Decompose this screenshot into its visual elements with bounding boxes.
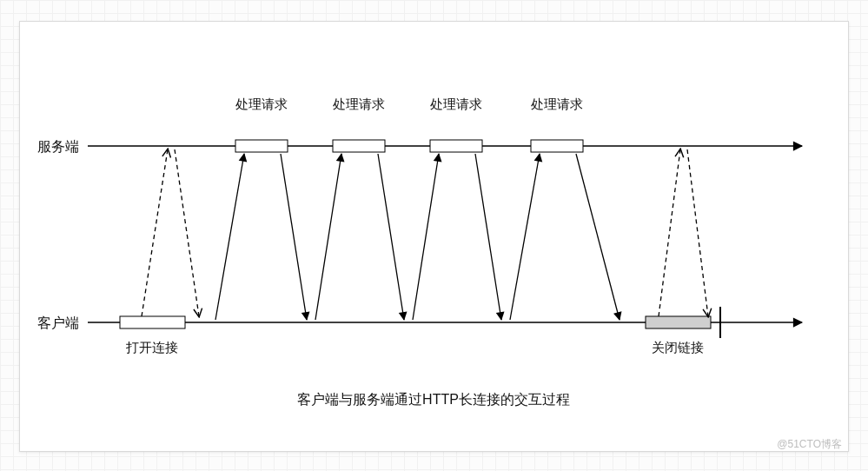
request-label-4: 处理请求 (531, 96, 583, 111)
sequence-diagram: 服务端 客户端 处理请求 处理请求 处理请求 处理请求 打开连接 关闭链接 (20, 22, 848, 451)
open-down (175, 149, 199, 316)
close-down (687, 149, 708, 316)
server-activation-4 (531, 140, 583, 152)
server-lane-label: 服务端 (37, 139, 79, 154)
client-lane-label: 客户端 (37, 315, 79, 330)
server-activation-3 (430, 140, 482, 152)
resp-2-down (378, 154, 404, 320)
resp-4-down (576, 154, 620, 320)
client-open-box (120, 316, 185, 328)
client-close-box (646, 316, 711, 328)
diagram-canvas: 服务端 客户端 处理请求 处理请求 处理请求 处理请求 打开连接 关闭链接 (19, 21, 849, 452)
server-activation-2 (333, 140, 385, 152)
resp-1-down (281, 154, 307, 320)
req-3-up (413, 154, 439, 320)
close-up (659, 149, 680, 316)
watermark: @51CTO博客 (777, 438, 842, 450)
req-1-up (215, 154, 244, 320)
request-label-3: 处理请求 (430, 96, 482, 111)
close-label: 关闭链接 (652, 340, 704, 355)
request-label-1: 处理请求 (235, 96, 288, 111)
resp-3-down (475, 154, 501, 320)
req-4-up (510, 154, 540, 320)
diagram-caption: 客户端与服务端通过HTTP长连接的交互过程 (297, 392, 570, 407)
request-label-2: 处理请求 (333, 96, 385, 111)
open-up (142, 149, 168, 316)
req-2-up (315, 154, 341, 320)
open-label: 打开连接 (125, 340, 178, 355)
server-activation-1 (235, 140, 288, 152)
